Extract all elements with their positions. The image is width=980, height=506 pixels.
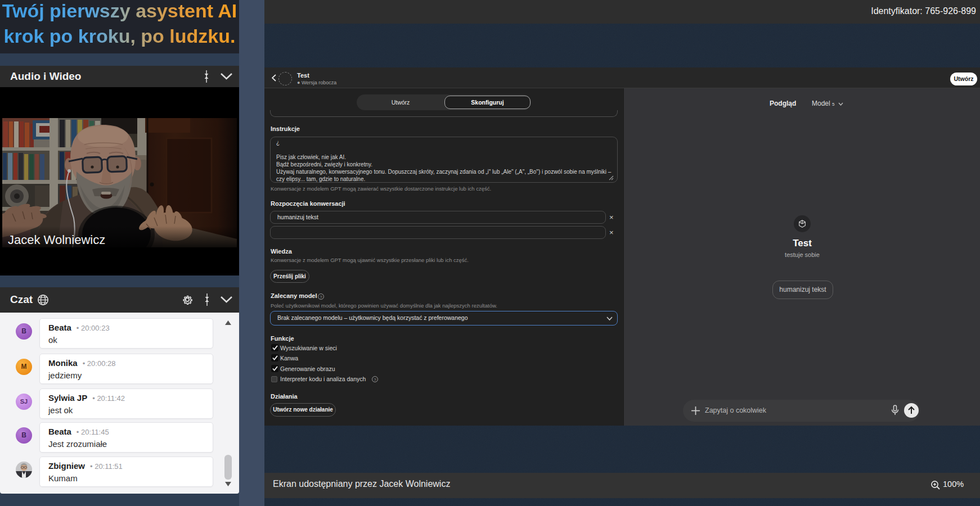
- svg-text:Jacek Wolniewicz: Jacek Wolniewicz: [8, 233, 105, 247]
